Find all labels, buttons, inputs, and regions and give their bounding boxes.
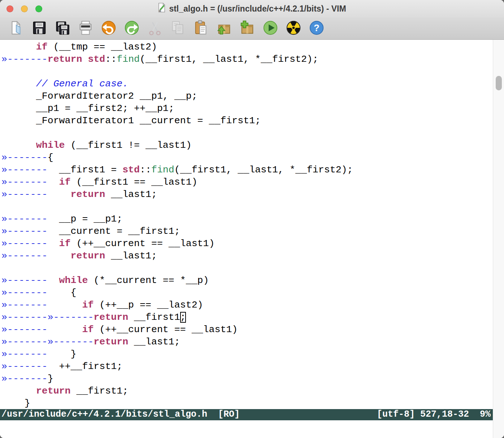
code-line [1,127,491,139]
code-line: _ForwardIterator2 __p1, __p; [1,90,491,102]
code-text: __last1; [105,250,157,261]
code-text: __first1 [128,312,180,323]
statusbar-readonly-flag: [RO] [218,409,240,420]
undo-icon [100,20,117,36]
code-text: std [88,54,105,65]
code-line [1,65,491,78]
redo-button[interactable] [123,20,140,36]
statusbar-left: /usr/include/c++/4.2.1/bits/stl_algo.h [… [1,409,240,420]
code-line: »------- if (++__current == __last1) [1,323,491,336]
code-text: (*__current == *__p) [88,275,209,286]
tab-marker: »------- [1,275,48,286]
scrollbar-track[interactable] [493,40,504,438]
load-session-button[interactable] [216,20,233,36]
code-text: (__tmp == __last2) [48,42,157,52]
help-icon: ? [308,20,325,36]
content-area: if (__tmp == __last2)»-------return std:… [0,40,504,438]
statusbar: /usr/include/c++/4.2.1/bits/stl_algo.h [… [0,409,493,420]
code-text: return [71,189,105,200]
code-line: __p1 = __first2; ++__p1; [1,102,491,115]
tab-marker: »------- [1,250,48,261]
code-text: find [151,164,174,175]
code-editor[interactable]: if (__tmp == __last2)»-------return std:… [0,40,504,409]
statusbar-scroll-percent: 9% [480,409,491,420]
minimize-button[interactable] [21,5,28,12]
code-text [48,324,82,335]
code-text [48,275,59,286]
save-session-button[interactable] [239,20,256,36]
code-text [48,300,82,310]
help-button[interactable]: ? [308,20,325,36]
print-icon [77,20,94,36]
copy-icon [170,20,186,36]
code-text: return [94,336,128,347]
code-text: if [36,42,48,52]
code-text: return [71,250,105,261]
code-text [48,189,71,200]
code-line: »------- __current = __first1; [1,225,491,237]
command-line[interactable] [0,420,504,438]
code-text: __first1; [71,386,129,396]
make-icon [285,20,302,36]
titlebar[interactable]: H stl_algo.h = (/usr/include/c++/4.2.1/b… [0,0,504,17]
code-line: »------- return __last1; [1,188,491,201]
code-text: { [48,287,77,298]
code-line: »------- { [1,287,491,299]
code-text: } [48,373,53,384]
tab-marker: »------- [1,238,48,249]
svg-text:?: ? [314,22,320,33]
open-file-button[interactable] [8,20,25,36]
code-line: »------- } [1,348,491,360]
code-line: »------- __p = __p1; [1,213,491,225]
cut-icon [147,20,163,36]
code-line: »------- ++__first1; [1,360,491,373]
paste-button[interactable] [193,20,209,36]
cut-button[interactable] [147,20,163,36]
statusbar-encoding: [utf-8] [377,409,415,420]
code-text: if [82,300,94,310]
code-text: (__first1 == __last1) [71,177,197,188]
svg-text:H: H [159,9,161,13]
print-button[interactable] [77,20,94,36]
code-text: } [48,349,77,360]
code-text: (__first1, __last1, *__first2); [174,164,353,175]
code-text: // General case. [36,78,128,89]
code-text [1,78,36,89]
scrollbar-thumb[interactable] [496,76,502,90]
code-line [1,262,491,274]
code-line: »------- __first1 = std::find(__first1, … [1,164,491,176]
tab-marker: »-------»------- [1,336,94,347]
zoom-button[interactable] [35,5,42,12]
save-button[interactable] [31,20,48,36]
code-text: __p1 = __first2; ++__p1; [1,103,174,114]
code-text: (__first1, __last1, *__first2); [140,54,318,65]
code-line: »-------} [1,373,491,385]
code-text: if [59,177,71,188]
tab-marker: »------- [1,189,48,200]
code-line: »------- if (++__current == __last1) [1,237,491,250]
tab-marker: »------- [1,287,48,298]
code-line: »-------return std::find(__first1, __las… [1,53,491,65]
save-icon [31,20,48,36]
run-script-button[interactable] [262,20,279,36]
code-line: // General case. [1,78,491,90]
save-all-button[interactable] [54,20,71,36]
close-button[interactable] [6,5,13,12]
tab-marker: »-------»------- [1,312,94,323]
code-line: »------- while (*__current == *__p) [1,274,491,287]
code-line [1,201,491,213]
copy-button[interactable] [170,20,186,36]
code-line: _ForwardIterator1 __current = __first1; [1,115,491,127]
code-text: __p = __p1; [48,214,122,224]
code-line: while (__first1 != __last1) [1,139,491,151]
make-button[interactable] [285,20,302,36]
code-text [82,54,88,65]
code-text: if [82,324,94,335]
undo-button[interactable] [100,20,117,36]
code-line: if (__tmp == __last2) [1,41,491,53]
cursor: ; [180,312,186,323]
code-text: :: [140,164,151,175]
code-line: } [1,397,491,409]
tab-marker: »------- [1,361,48,372]
code-text: (++__p == __last2) [94,300,203,310]
